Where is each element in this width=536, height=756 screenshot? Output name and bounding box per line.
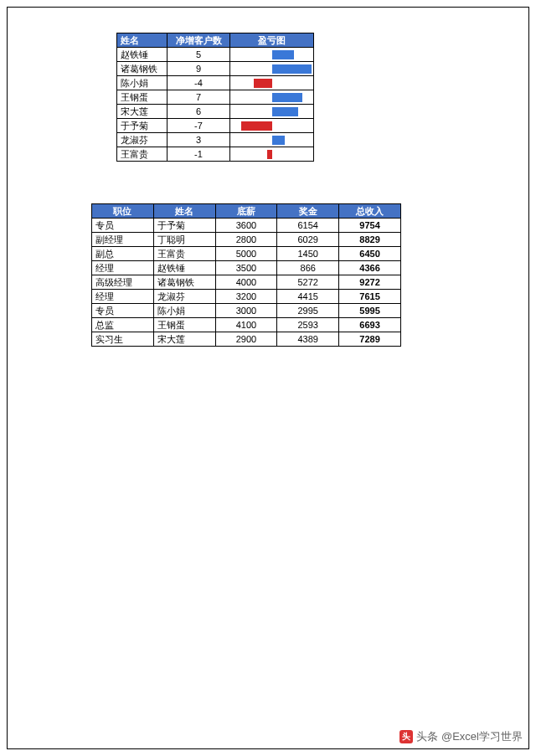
- header-chart: 盈亏图: [230, 33, 314, 48]
- negative-bar: [241, 121, 272, 131]
- table-row: 经理龙淑芬320044157615: [92, 290, 401, 304]
- table-header-row: 职位 姓名 底薪 奖金 总收入: [92, 204, 401, 219]
- cell-sparkline: [230, 119, 314, 133]
- cell-name: 诸葛钢铁: [153, 275, 215, 290]
- cell-bonus: 2995: [277, 304, 339, 318]
- header-name: 姓名: [117, 33, 168, 48]
- winloss-bar: [230, 134, 313, 147]
- salary-table: 职位 姓名 底薪 奖金 总收入 专员于予菊360061549754副经理丁聪明2…: [91, 203, 401, 347]
- cell-name: 王钢蛋: [117, 90, 168, 105]
- cell-total: 4366: [339, 261, 401, 275]
- cell-name: 宋大莲: [153, 332, 215, 347]
- cell-base: 4100: [215, 318, 277, 332]
- table-salary: 职位 姓名 底薪 奖金 总收入 专员于予菊360061549754副经理丁聪明2…: [91, 203, 401, 347]
- watermark-text: 头条 @Excel学习世界: [416, 729, 523, 744]
- cell-bonus: 2593: [277, 318, 339, 332]
- table-row: 赵铁锤5: [117, 48, 314, 62]
- table-row: 龙淑芬3: [117, 133, 314, 147]
- cell-sparkline: [230, 133, 314, 147]
- positive-bar: [272, 107, 299, 116]
- winloss-bar: [230, 120, 313, 132]
- cell-value: 3: [168, 133, 230, 147]
- table-row: 副经理丁聪明280060298829: [92, 233, 401, 247]
- header-bonus: 奖金: [277, 204, 339, 219]
- table-row: 专员于予菊360061549754: [92, 219, 401, 233]
- cell-name: 丁聪明: [153, 233, 215, 247]
- cell-position: 高级经理: [92, 275, 154, 290]
- header-base: 底薪: [215, 204, 277, 219]
- table-row: 实习生宋大莲290043897289: [92, 332, 401, 347]
- cell-value: 7: [168, 90, 230, 105]
- table-row: 诸葛钢铁9: [117, 62, 314, 76]
- cell-total: 6693: [339, 318, 401, 332]
- cell-bonus: 5272: [277, 275, 339, 290]
- cell-name: 赵铁锤: [153, 261, 215, 275]
- positive-bar: [272, 136, 286, 145]
- header-name: 姓名: [153, 204, 215, 219]
- cell-base: 3200: [215, 290, 277, 304]
- cell-position: 副经理: [92, 233, 154, 247]
- cell-name: 王钢蛋: [153, 318, 215, 332]
- table-row: 副总王富贵500014506450: [92, 247, 401, 261]
- table-winloss: 姓名 净增客户数 盈亏图 赵铁锤5诸葛钢铁9陈小娟-4王钢蛋7宋大莲6于予菊-7…: [116, 33, 330, 162]
- cell-position: 实习生: [92, 332, 154, 347]
- cell-position: 经理: [92, 261, 154, 275]
- cell-name: 于予菊: [153, 219, 215, 233]
- table-row: 专员陈小娟300029955995: [92, 304, 401, 318]
- cell-name: 陈小娟: [117, 76, 168, 90]
- cell-bonus: 6154: [277, 219, 339, 233]
- cell-position: 副总: [92, 247, 154, 261]
- table-row: 于予菊-7: [117, 119, 314, 133]
- cell-total: 8829: [339, 233, 401, 247]
- negative-bar: [254, 79, 271, 88]
- table-row: 总监王钢蛋410025936693: [92, 318, 401, 332]
- cell-sparkline: [230, 76, 314, 90]
- positive-bar: [272, 64, 312, 74]
- winloss-bar: [230, 91, 313, 104]
- cell-value: -1: [168, 147, 230, 162]
- cell-base: 2800: [215, 233, 277, 247]
- table-row: 陈小娟-4: [117, 76, 314, 90]
- positive-bar: [272, 93, 303, 102]
- header-value: 净增客户数: [168, 33, 230, 48]
- cell-sparkline: [230, 105, 314, 119]
- cell-value: -4: [168, 76, 230, 90]
- cell-name: 于予菊: [117, 119, 168, 133]
- cell-position: 专员: [92, 219, 154, 233]
- cell-name: 宋大莲: [117, 105, 168, 119]
- cell-total: 7289: [339, 332, 401, 347]
- cell-base: 5000: [215, 247, 277, 261]
- positive-bar: [272, 50, 294, 59]
- cell-position: 经理: [92, 290, 154, 304]
- cell-total: 9754: [339, 219, 401, 233]
- cell-name: 龙淑芬: [153, 290, 215, 304]
- cell-sparkline: [230, 90, 314, 105]
- table-header-row: 姓名 净增客户数 盈亏图: [117, 33, 314, 48]
- winloss-bar: [230, 77, 313, 90]
- cell-base: 3600: [215, 219, 277, 233]
- cell-base: 4000: [215, 275, 277, 290]
- cell-sparkline: [230, 147, 314, 162]
- header-total: 总收入: [339, 204, 401, 219]
- watermark: 头 头条 @Excel学习世界: [396, 728, 526, 746]
- cell-base: 2900: [215, 332, 277, 347]
- cell-value: 6: [168, 105, 230, 119]
- cell-position: 总监: [92, 318, 154, 332]
- winloss-table: 姓名 净增客户数 盈亏图 赵铁锤5诸葛钢铁9陈小娟-4王钢蛋7宋大莲6于予菊-7…: [116, 33, 314, 162]
- cell-total: 7615: [339, 290, 401, 304]
- page-frame: 姓名 净增客户数 盈亏图 赵铁锤5诸葛钢铁9陈小娟-4王钢蛋7宋大莲6于予菊-7…: [7, 7, 529, 749]
- winloss-bar: [230, 63, 313, 75]
- winloss-bar: [230, 105, 313, 118]
- cell-bonus: 6029: [277, 233, 339, 247]
- header-position: 职位: [92, 204, 154, 219]
- table-row: 王富贵-1: [117, 147, 314, 162]
- cell-name: 陈小娟: [153, 304, 215, 318]
- cell-sparkline: [230, 48, 314, 62]
- cell-value: 5: [168, 48, 230, 62]
- cell-bonus: 4415: [277, 290, 339, 304]
- toutiao-icon: 头: [399, 730, 413, 743]
- cell-bonus: 1450: [277, 247, 339, 261]
- cell-sparkline: [230, 62, 314, 76]
- cell-bonus: 866: [277, 261, 339, 275]
- cell-name: 龙淑芬: [117, 133, 168, 147]
